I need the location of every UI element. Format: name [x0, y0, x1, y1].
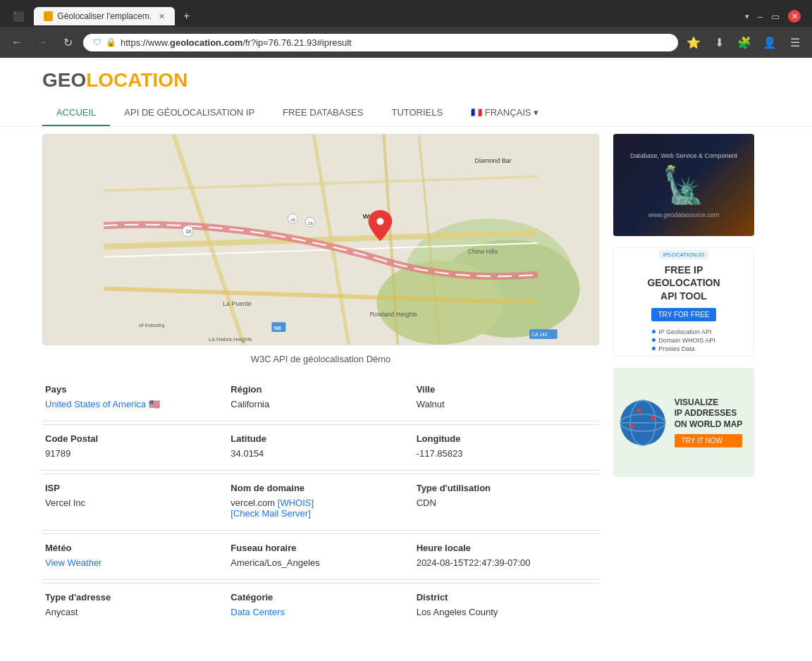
- svg-text:16: 16: [185, 229, 191, 234]
- site-logo: GEOLOCATION: [42, 69, 770, 92]
- pays-value: United States of America 🇺🇸: [45, 399, 225, 409]
- local-time-value: 2024-08-15T22:47:39-07:00: [417, 557, 596, 568]
- forward-button[interactable]: →: [32, 32, 52, 52]
- lat-col: Latitude 34.0154: [228, 433, 413, 459]
- ad-geodata[interactable]: Database, Web Service & Component 🗽 www.…: [613, 134, 754, 236]
- visualize-text: VISUALIZEIP ADDRESSESON WORLD MAP TRY IT…: [668, 390, 750, 455]
- address-bar[interactable]: 🛡 🔒 https://www.geolocation.com/fr?ip=76…: [83, 34, 678, 51]
- lat-label: Latitude: [230, 433, 410, 444]
- lock-icon: 🔒: [106, 37, 116, 47]
- category-col: Catégorie Data Centers: [228, 592, 413, 617]
- feature-ip: IP Geolocation API: [652, 328, 715, 335]
- download-button[interactable]: ⬇: [709, 32, 729, 52]
- svg-text:Diamond Bar: Diamond Bar: [475, 157, 512, 164]
- network-row: ISP Vercel Inc Nom de domaine vercel.com…: [42, 474, 599, 527]
- ad-iplocation[interactable]: IPLOCATION.IO FREE IPGEOLOCATIONAPI TOOL…: [613, 247, 754, 357]
- domain-value: vercel.com [WHOIS] [Check Mail Server]: [230, 498, 410, 519]
- extensions-icon[interactable]: 🧩: [734, 32, 754, 52]
- lon-col: Longitude -117.85823: [414, 433, 599, 459]
- usage-col: Type d'utilisation CDN: [414, 483, 599, 519]
- map-placeholder: La Puente of Industry Rowland Heights La…: [43, 135, 598, 345]
- logo-location: LOCATION: [86, 69, 187, 91]
- isp-label: ISP: [45, 483, 225, 493]
- svg-text:La Puente: La Puente: [223, 300, 252, 307]
- category-label: Catégorie: [230, 592, 410, 603]
- geo-section-address: Type d'adresse Anycast Catégorie Data Ce…: [42, 583, 599, 626]
- ad-iplocation-features: IP Geolocation API Domain WHOIS API Prox…: [652, 327, 715, 354]
- meteo-label: Météo: [45, 543, 225, 553]
- sidebar: Database, Web Service & Component 🗽 www.…: [613, 134, 754, 626]
- geo-section-location: Pays United States of America 🇺🇸 Région …: [42, 376, 599, 418]
- nav-api[interactable]: API DE GÉOLOCALISATION IP: [110, 100, 269, 126]
- url-prefix: https://www.: [121, 37, 170, 48]
- nav-language[interactable]: 🇫🇷 FRANÇAIS ▾: [457, 100, 553, 126]
- view-weather-link[interactable]: View Weather: [45, 557, 102, 568]
- new-tab-button[interactable]: +: [178, 10, 195, 23]
- feature-whois-text: Domain WHOIS API: [658, 337, 715, 344]
- pays-label: Pays: [45, 384, 225, 395]
- tab-bar: ⬛ Géolocaliser l'emplacem... ✕ + ▾ – ▭ ✕: [0, 0, 812, 27]
- nav-tutoriels[interactable]: TUTORIELS: [377, 100, 457, 126]
- url-domain: geolocation.com: [170, 37, 242, 48]
- nav-free-db[interactable]: FREE DATABASES: [269, 100, 377, 126]
- check-mail-link[interactable]: [Check Mail Server]: [230, 508, 310, 519]
- svg-point-37: [630, 424, 634, 428]
- region-label: Région: [230, 384, 410, 395]
- tab-close-button[interactable]: ✕: [159, 12, 165, 21]
- timezone-label: Fuseau horaire: [230, 543, 410, 553]
- ad-iplocation-title: FREE IPGEOLOCATIONAPI TOOL: [647, 264, 720, 302]
- meteo-col: Météo View Weather: [42, 543, 228, 568]
- svg-text:La Habra Heights: La Habra Heights: [209, 336, 252, 342]
- ad-iplocation-badge: IPLOCATION.IO: [659, 250, 709, 259]
- category-link[interactable]: Data Centers: [230, 607, 285, 617]
- back-button[interactable]: ←: [7, 32, 27, 52]
- region-value: California: [230, 399, 410, 409]
- menu-button[interactable]: ☰: [785, 32, 805, 52]
- tab-list-icon[interactable]: ▾: [745, 12, 749, 21]
- address-row: Type d'adresse Anycast Catégorie Data Ce…: [42, 583, 599, 626]
- ad-iplocation-try-btn[interactable]: TRY FOR FREE: [651, 308, 717, 321]
- nav-accueil[interactable]: ACCUEIL: [42, 100, 110, 126]
- ad-geodata-title: Database, Web Service & Component: [630, 152, 737, 159]
- svg-point-35: [637, 409, 641, 413]
- logo-geo: GEO: [42, 69, 86, 91]
- country-link[interactable]: United States of America 🇺🇸: [45, 399, 160, 409]
- feature-whois: Domain WHOIS API: [652, 337, 715, 344]
- addr-type-col: Type d'adresse Anycast: [42, 592, 228, 617]
- feature-proxy: Proxies Data: [652, 345, 715, 352]
- ad-geodata-url: www.geodatasource.com: [648, 211, 720, 218]
- close-button[interactable]: ✕: [788, 10, 801, 23]
- isp-col: ISP Vercel Inc: [42, 483, 228, 519]
- browser-toolbar: ← → ↻ 🛡 🔒 https://www.geolocation.com/fr…: [0, 27, 812, 58]
- isp-value: Vercel Inc: [45, 498, 225, 508]
- ville-col: Ville Walnut: [414, 384, 599, 409]
- svg-text:18: 18: [308, 221, 313, 226]
- divider-2: [42, 470, 599, 471]
- divider-3: [42, 530, 599, 531]
- active-tab[interactable]: Géolocaliser l'emplacem... ✕: [34, 7, 175, 25]
- try-it-now-btn[interactable]: TRY IT NOW: [675, 434, 743, 447]
- statue-liberty-icon: 🗽: [662, 165, 706, 206]
- profile-icon[interactable]: 👤: [760, 32, 780, 52]
- shield-icon: 🛡: [93, 37, 102, 47]
- maximize-button[interactable]: ▭: [771, 11, 780, 22]
- svg-point-36: [651, 416, 656, 420]
- url-suffix: /fr?ip=76.76.21.93#ipresult: [242, 37, 351, 48]
- svg-text:of Industry: of Industry: [139, 322, 165, 328]
- ville-label: Ville: [417, 384, 596, 395]
- timezone-col: Fuseau horaire America/Los_Angeles: [228, 543, 413, 568]
- lat-value: 34.0154: [230, 448, 410, 459]
- district-value: Los Angeles County: [417, 607, 596, 617]
- reload-button[interactable]: ↻: [58, 32, 78, 52]
- toolbar-actions: ⭐ ⬇ 🧩 👤 ☰: [684, 32, 805, 52]
- inactive-tab[interactable]: ⬛: [6, 7, 31, 26]
- pays-col: Pays United States of America 🇺🇸: [42, 384, 228, 409]
- main-layout: La Puente of Industry Rowland Heights La…: [0, 127, 812, 626]
- whois-link[interactable]: [WHOIS]: [278, 498, 314, 508]
- ad-visualize[interactable]: VISUALIZEIP ADDRESSESON WORLD MAP TRY IT…: [613, 368, 754, 477]
- category-value: Data Centers: [230, 607, 410, 617]
- location-labels-row: Pays United States of America 🇺🇸 Région …: [42, 376, 599, 418]
- meteo-value: View Weather: [45, 557, 225, 568]
- minimize-button[interactable]: –: [758, 11, 763, 22]
- bookmarks-icon[interactable]: ⭐: [684, 32, 703, 52]
